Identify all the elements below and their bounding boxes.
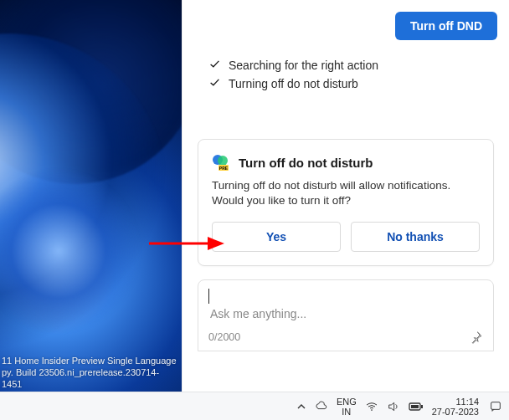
wifi-icon[interactable] [365, 400, 378, 413]
desktop-wallpaper: 11 Home Insider Preview Single Language … [0, 0, 182, 392]
text-caret [208, 289, 209, 304]
check-icon [209, 59, 220, 72]
lang-bottom: IN [337, 407, 357, 417]
watermark-line: py. Build 23506.ni_prerelease.230714-145… [2, 366, 178, 390]
card-body: Turning off do not disturb will allow no… [212, 178, 480, 208]
copilot-pre-icon: PRE [212, 153, 230, 172]
svg-text:PRE: PRE [219, 166, 229, 171]
svg-rect-8 [421, 405, 423, 408]
svg-point-6 [371, 409, 373, 411]
copilot-panel: Turn off DND Searching for the right act… [182, 0, 509, 392]
char-counter: 0/2000 [208, 331, 240, 343]
no-thanks-button[interactable]: No thanks [351, 222, 480, 252]
ask-anything-input[interactable] [208, 304, 483, 330]
step-label: Turning off do not disturb [229, 77, 358, 90]
step-label: Searching for the right action [229, 59, 378, 72]
volume-icon[interactable] [387, 400, 400, 413]
check-icon [209, 77, 220, 90]
battery-icon[interactable] [409, 402, 424, 412]
svg-rect-9 [411, 405, 419, 408]
onedrive-icon[interactable] [315, 400, 328, 413]
watermark-line: 11 Home Insider Preview Single Language [2, 355, 178, 366]
notifications-icon[interactable] [489, 400, 502, 413]
tray-overflow-icon[interactable] [296, 402, 306, 412]
windows-watermark: 11 Home Insider Preview Single Language … [0, 353, 182, 392]
language-indicator[interactable]: ENG IN [337, 397, 357, 417]
clock[interactable]: 11:14 27-07-2023 [432, 397, 481, 417]
action-steps: Searching for the right action Turning o… [209, 59, 497, 90]
yes-button[interactable]: Yes [212, 222, 341, 252]
card-title: Turn off do not disturb [239, 156, 373, 170]
pin-icon[interactable] [470, 330, 483, 344]
confirmation-card: PRE Turn off do not disturb Turning off … [198, 139, 494, 266]
lang-top: ENG [337, 397, 357, 407]
step-item: Turning off do not disturb [209, 77, 497, 90]
date: 27-07-2023 [432, 407, 479, 417]
turn-off-dnd-button[interactable]: Turn off DND [395, 12, 497, 40]
step-item: Searching for the right action [209, 59, 497, 72]
time: 11:14 [432, 397, 479, 407]
taskbar: ENG IN 11:14 27-07-2023 [0, 392, 509, 420]
composer: 0/2000 [198, 279, 494, 351]
svg-point-1 [218, 156, 228, 166]
svg-rect-10 [491, 402, 501, 409]
